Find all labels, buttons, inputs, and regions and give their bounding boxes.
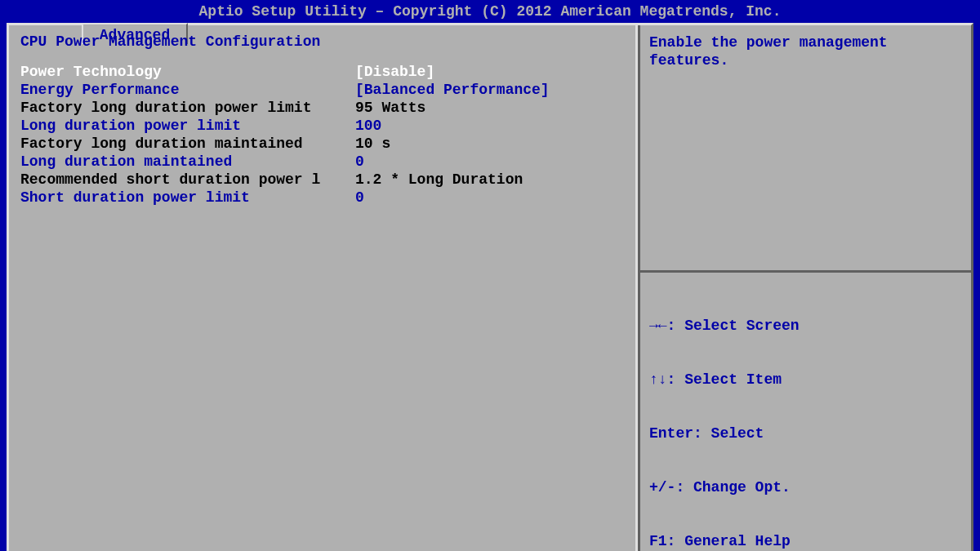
help-pane: Enable the power management features. →←… xyxy=(638,25,971,551)
key-help-line: Enter: Select xyxy=(649,424,960,442)
option-value: 100 xyxy=(355,117,624,135)
option-value: 1.2 * Long Duration xyxy=(355,171,624,189)
option-power-technology[interactable]: Power Technology [Disable] xyxy=(20,63,624,81)
option-label: Energy Performance xyxy=(20,81,355,99)
option-factory-long-maintained: Factory long duration maintained 10 s xyxy=(20,135,624,153)
option-long-duration-limit[interactable]: Long duration power limit 100 xyxy=(20,117,624,135)
settings-pane: CPU Power Management Configuration Power… xyxy=(9,25,638,551)
section-title: CPU Power Management Configuration xyxy=(20,33,624,50)
option-value: 95 Watts xyxy=(355,99,624,117)
option-short-duration-limit[interactable]: Short duration power limit 0 xyxy=(20,189,624,207)
option-label: Recommended short duration power l xyxy=(20,171,355,189)
option-value: 0 xyxy=(355,189,624,207)
option-value: [Balanced Performance] xyxy=(355,81,624,99)
header-bar: Aptio Setup Utility – Copyright (C) 2012… xyxy=(0,0,980,23)
option-label: Long duration power limit xyxy=(20,117,355,135)
option-energy-performance[interactable]: Energy Performance [Balanced Performance… xyxy=(20,81,624,99)
key-help-line: +/-: Change Opt. xyxy=(649,478,960,496)
option-factory-long-limit: Factory long duration power limit 95 Wat… xyxy=(20,99,624,117)
key-help-line: ↑↓: Select Item xyxy=(649,371,960,389)
option-label: Long duration maintained xyxy=(20,153,355,171)
option-label: Factory long duration power limit xyxy=(20,99,355,117)
main-area: CPU Power Management Configuration Power… xyxy=(7,23,973,551)
bios-screen: Aptio Setup Utility – Copyright (C) 2012… xyxy=(0,0,980,551)
option-value: 10 s xyxy=(355,135,624,153)
option-value: 0 xyxy=(355,153,624,171)
key-help: →←: Select Screen ↑↓: Select Item Enter:… xyxy=(638,273,971,551)
help-text: Enable the power management features. xyxy=(638,25,971,270)
option-label: Short duration power limit xyxy=(20,189,355,207)
key-help-line: F1: General Help xyxy=(649,532,960,550)
option-label: Factory long duration maintained xyxy=(20,135,355,153)
option-value: [Disable] xyxy=(355,63,624,81)
option-label: Power Technology xyxy=(20,63,355,81)
option-long-duration-maintained[interactable]: Long duration maintained 0 xyxy=(20,153,624,171)
option-recommended-short: Recommended short duration power l 1.2 *… xyxy=(20,171,624,189)
key-help-line: →←: Select Screen xyxy=(649,317,960,335)
